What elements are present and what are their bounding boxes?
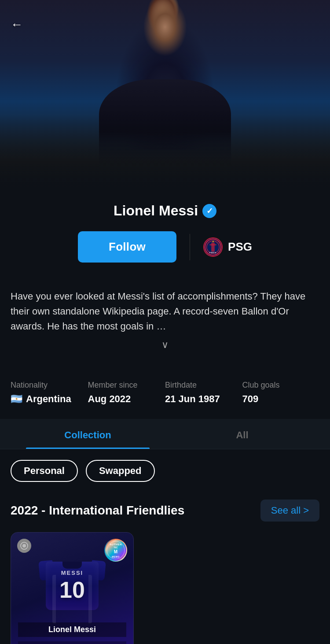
player-card[interactable]: AUTHEN TIC M MEMO (11, 532, 134, 644)
filters-section: Personal Swapped (0, 449, 330, 491)
birthdate-value: 21 Jun 1987 (165, 393, 242, 405)
svg-text:AUTHEN: AUTHEN (110, 543, 122, 546)
verified-icon: ✓ (202, 204, 216, 218)
filter-personal[interactable]: Personal (11, 460, 78, 482)
jersey-stripe-right (88, 575, 92, 623)
svg-text:TIC: TIC (114, 546, 118, 549)
jersey-number: 10 (59, 578, 85, 601)
authentic-svg: AUTHEN TIC M MEMO (105, 539, 127, 561)
club-goals-label: Club goals (242, 381, 320, 390)
psg-logo-svg: ★ PARIS (204, 238, 222, 256)
svg-point-8 (22, 544, 26, 548)
stats-section: Nationality 🇦🇷 Argentina Member since Au… (0, 370, 330, 419)
collection-section: 2022 - International Friendlies See all … (0, 491, 330, 644)
tabs-section: Collection All (0, 419, 330, 449)
club-row: ★ PARIS PSG (203, 237, 252, 257)
svg-rect-4 (209, 244, 216, 245)
card-inner: AUTHEN TIC M MEMO (11, 533, 133, 644)
stat-member-since: Member since Aug 2022 (88, 381, 165, 405)
circle-icon (20, 542, 28, 550)
authentic-badge-circle: AUTHEN TIC M MEMO (104, 539, 127, 562)
hero-overlay (0, 115, 330, 203)
svg-rect-3 (211, 242, 215, 252)
stat-birthdate: Birthdate 21 Jun 1987 (165, 381, 242, 405)
card-score-row: 🇦🇷 3 - 0 🇦🇪 (18, 641, 126, 644)
jersey-stripe-left (52, 575, 56, 623)
bio-section: Have you ever looked at Messi's list of … (0, 289, 330, 370)
club-name: PSG (228, 240, 252, 254)
card-grid: AUTHEN TIC M MEMO (11, 532, 319, 644)
member-since-value: Aug 2022 (88, 393, 165, 405)
profile-section: Lionel Messi ✓ Follow ★ PARIS (0, 203, 330, 289)
jersey-collar (62, 562, 82, 569)
card-player-name: Lionel Messi (18, 622, 126, 637)
svg-text:PARIS: PARIS (209, 252, 216, 254)
follow-button[interactable]: Follow (78, 231, 176, 263)
nationality-value: 🇦🇷 Argentina (11, 393, 88, 405)
svg-text:MEMO: MEMO (112, 555, 120, 558)
expand-button[interactable]: ∨ (11, 339, 319, 359)
stat-nationality: Nationality 🇦🇷 Argentina (11, 381, 88, 405)
stat-club-goals: Club goals 709 (242, 381, 320, 405)
member-since-label: Member since (88, 381, 165, 390)
club-logo: ★ PARIS (203, 237, 223, 257)
svg-text:M: M (114, 549, 117, 554)
player-name: Lionel Messi (114, 203, 198, 219)
collection-title: 2022 - International Friendlies (11, 503, 184, 518)
hero-section: ← (0, 0, 330, 203)
club-goals-value: 709 (242, 393, 320, 405)
tab-collection[interactable]: Collection (11, 419, 165, 449)
authentic-badge: AUTHEN TIC M MEMO (104, 539, 127, 562)
argentina-flag: 🇦🇷 (11, 393, 22, 405)
jersey-player-text: MESSI (61, 570, 83, 576)
nationality-label: Nationality (11, 381, 88, 390)
tab-all[interactable]: All (165, 419, 319, 449)
birthdate-label: Birthdate (165, 381, 242, 390)
divider (190, 234, 190, 260)
filter-swapped[interactable]: Swapped (86, 460, 155, 482)
action-row: Follow ★ PARIS PSG (11, 231, 319, 263)
bio-text: Have you ever looked at Messi's list of … (11, 289, 319, 334)
see-all-button[interactable]: See all > (260, 500, 319, 522)
jersey-shape: MESSI 10 (39, 548, 105, 614)
tabs-row: Collection All (0, 419, 330, 449)
collection-header: 2022 - International Friendlies See all … (11, 500, 319, 522)
back-button[interactable]: ← (11, 18, 23, 32)
profile-name-row: Lionel Messi ✓ (11, 203, 319, 219)
